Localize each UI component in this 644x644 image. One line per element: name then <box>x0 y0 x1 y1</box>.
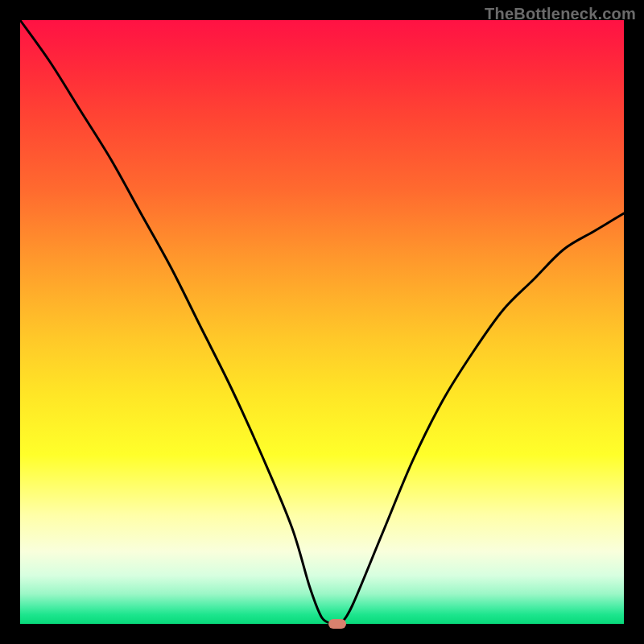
watermark-text: TheBottleneck.com <box>485 5 636 23</box>
optimal-marker <box>328 619 346 629</box>
bottleneck-curve <box>20 20 624 625</box>
plot-area <box>20 20 624 624</box>
curve-svg <box>20 20 624 624</box>
chart-frame: TheBottleneck.com <box>0 0 644 644</box>
